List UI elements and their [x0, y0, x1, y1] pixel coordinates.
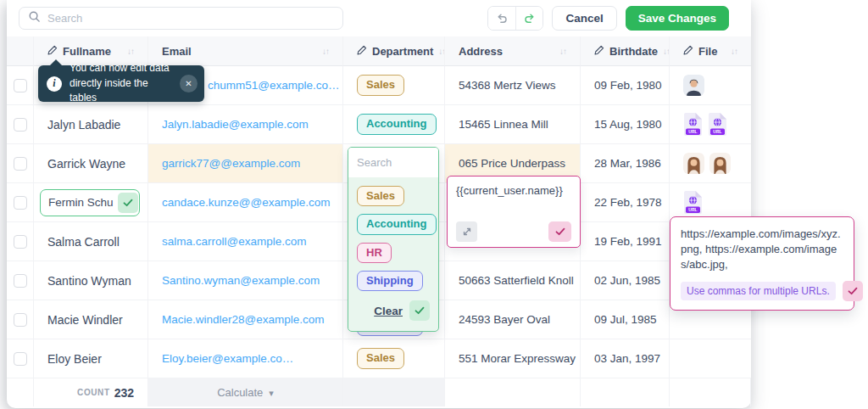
- search-box[interactable]: [19, 7, 343, 30]
- footer-cell: [343, 378, 445, 406]
- man-avatar: [683, 75, 704, 96]
- address-cell[interactable]: 54368 Mertz Views: [445, 66, 581, 105]
- email-cell[interactable]: Macie.windler28@example.com: [148, 300, 343, 339]
- fullname-cell[interactable]: Garrick Wayne: [34, 144, 148, 183]
- url-file-icon: URL: [683, 190, 703, 215]
- row-checkbox[interactable]: [14, 313, 27, 327]
- fullname-cell[interactable]: Macie Windler: [34, 300, 148, 339]
- department-cell[interactable]: Accounting: [343, 105, 445, 144]
- fullname-cell[interactable]: Jalyn Labadie: [34, 105, 148, 144]
- url-editor-popup[interactable]: https://example.com/images/xyz.png, http…: [670, 216, 854, 311]
- department-cell[interactable]: Sales: [343, 66, 445, 105]
- birthdate-cell[interactable]: 02 Jun, 1985: [581, 261, 670, 300]
- banner-text: You can now edit data directly inside th…: [70, 61, 172, 105]
- confirm-check-button[interactable]: [843, 281, 863, 301]
- header-checkbox-cell: [7, 36, 34, 66]
- address-cell[interactable]: 24593 Bayer Oval: [445, 300, 581, 339]
- birthdate-cell[interactable]: 03 Jan, 1997: [581, 339, 670, 378]
- pencil-icon: [357, 45, 367, 58]
- fullname-cell[interactable]: Santino Wyman: [34, 261, 148, 300]
- expand-icon[interactable]: [456, 221, 477, 242]
- column-header-birthdate[interactable]: Birthdate ↓↑: [581, 36, 670, 66]
- address-cell[interactable]: 15465 Linnea Mill: [445, 105, 581, 144]
- dropdown-option-sales[interactable]: Sales: [357, 186, 404, 206]
- row-checkbox[interactable]: [14, 352, 27, 366]
- count-summary: COUNT 232: [34, 378, 148, 406]
- birthdate-cell[interactable]: 15 Aug, 1980: [581, 105, 670, 144]
- column-header-email[interactable]: Email ↓↑: [148, 36, 343, 66]
- row-checkbox[interactable]: [14, 118, 27, 132]
- birthdate-cell[interactable]: 09 Feb, 1980: [581, 66, 670, 105]
- department-cell[interactable]: Sales: [343, 339, 445, 378]
- dropdown-option-accounting[interactable]: Accounting: [357, 214, 437, 234]
- undo-redo-group: [487, 6, 543, 31]
- column-header-department[interactable]: Department ↓↑: [343, 36, 445, 66]
- row-checkbox[interactable]: [14, 235, 27, 249]
- file-cell[interactable]: [670, 144, 751, 183]
- confirm-check-button[interactable]: [118, 193, 138, 213]
- fullname-cell[interactable]: Salma Carroll: [34, 222, 148, 261]
- fullname-editor[interactable]: [40, 189, 140, 216]
- email-cell[interactable]: Santino.wyman@example.com: [148, 261, 343, 300]
- redo-icon: [523, 12, 536, 25]
- woman-avatar: [683, 153, 704, 174]
- dropdown-search-box[interactable]: [348, 148, 438, 177]
- sort-icon[interactable]: ↓↑: [559, 47, 566, 56]
- sort-icon[interactable]: ↓↑: [127, 47, 134, 56]
- email-cell[interactable]: candace.kunze@@example.com: [148, 183, 343, 222]
- svg-text:URL: URL: [713, 129, 721, 134]
- email-cell[interactable]: salma.carroll@example.com: [148, 222, 343, 261]
- email-cell[interactable]: Eloy.beier@example.co…: [148, 339, 343, 378]
- dropdown-option-hr[interactable]: HR: [357, 243, 392, 263]
- cancel-button[interactable]: Cancel: [552, 6, 616, 31]
- sort-icon[interactable]: ↓↑: [438, 47, 445, 56]
- woman-avatar: [709, 153, 731, 174]
- url-hint: Use commas for multiple URLs.: [681, 282, 836, 300]
- file-cell[interactable]: [670, 66, 751, 105]
- birthdate-cell[interactable]: 22 Feb, 1978: [581, 183, 670, 222]
- row-checkbox[interactable]: [14, 196, 27, 210]
- row-checkbox[interactable]: [14, 157, 27, 171]
- column-header-address[interactable]: Address ↓↑: [445, 36, 581, 66]
- url-file-icon: URL: [683, 112, 703, 137]
- footer-cell: [581, 378, 670, 406]
- column-header-file[interactable]: File ↓↑: [670, 36, 751, 66]
- redo-button[interactable]: [515, 7, 542, 30]
- footer-cell: [670, 378, 751, 406]
- table-footer: COUNT 232 Calculate: [7, 378, 751, 406]
- sort-icon[interactable]: ↓↑: [322, 47, 329, 56]
- undo-icon: [496, 12, 509, 25]
- dropdown-option-shipping[interactable]: Shipping: [357, 271, 423, 291]
- address-editor-value[interactable]: {{current_user.name}}: [456, 184, 571, 197]
- row-checkbox[interactable]: [14, 79, 27, 92]
- address-cell[interactable]: 551 Morar Expressway: [445, 339, 581, 378]
- sort-icon[interactable]: ↓↑: [731, 47, 737, 56]
- sort-icon[interactable]: ↓↑: [663, 47, 670, 56]
- footer-cell: [445, 378, 581, 406]
- search-input[interactable]: [47, 12, 334, 25]
- address-cell-editor[interactable]: {{current_user.name}}: [447, 176, 581, 248]
- email-cell-edited[interactable]: garrick77@@example.com: [148, 144, 343, 183]
- clear-link[interactable]: Clear: [374, 305, 403, 317]
- email-cell[interactable]: Jalyn.labadie@example.com: [148, 105, 343, 144]
- department-tag: Sales: [357, 348, 404, 368]
- file-cell[interactable]: [670, 339, 751, 378]
- url-editor-value[interactable]: https://example.com/images/xyz.png, http…: [681, 227, 843, 273]
- confirm-check-button[interactable]: [548, 221, 571, 242]
- birthdate-cell[interactable]: 28 Mar, 1986: [581, 144, 670, 183]
- fullname-editor-input[interactable]: [48, 196, 114, 209]
- fullname-cell[interactable]: Eloy Beier: [34, 339, 148, 378]
- address-cell[interactable]: 50663 Satterfield Knoll: [445, 261, 581, 300]
- file-cell[interactable]: URL URL: [670, 105, 751, 144]
- undo-button[interactable]: [488, 7, 515, 30]
- dropdown-search-input[interactable]: [357, 156, 430, 169]
- row-checkbox[interactable]: [14, 274, 27, 288]
- save-changes-button[interactable]: Save Changes: [626, 6, 729, 31]
- birthdate-cell[interactable]: 19 Feb, 1991: [581, 222, 670, 261]
- calculate-dropdown[interactable]: Calculate: [148, 378, 343, 406]
- birthdate-cell[interactable]: 09 Jul, 1985: [581, 300, 670, 339]
- table-row: Eloy Beier Eloy.beier@example.co… Sales …: [7, 339, 751, 378]
- confirm-check-button[interactable]: [409, 300, 430, 321]
- fullname-cell-editing: [34, 183, 148, 222]
- close-icon[interactable]: [180, 75, 198, 92]
